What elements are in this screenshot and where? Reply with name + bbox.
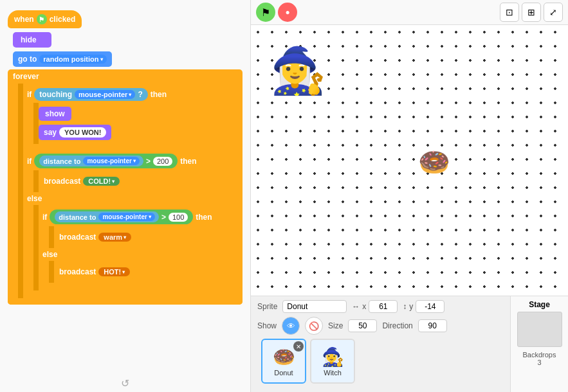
broadcast-cold-block[interactable]: broadcast COLD! ▾ [39,173,243,190]
x-arrow-icon: ↔ [352,302,360,311]
stage-area: ⚑ ● ⊡ ⊞ ⤢ 🧙‍♀️ 🍩 Sprite [251,0,568,392]
witch-sprite: 🧙‍♀️ [270,44,326,97]
gt-label-1: > [146,157,151,166]
y-coord: ↕ y [403,300,444,313]
sprite-info-row-1: Sprite ↔ x ↕ y [257,300,504,313]
if-label-1: if [27,90,32,99]
goto-block[interactable]: go to random position ▾ [13,50,243,68]
view-buttons: ⊡ ⊞ ⤢ [500,3,563,22]
delete-sprite-button[interactable]: ✕ [293,341,304,352]
stage-background: 🧙‍♀️ 🍩 [251,25,568,296]
bottom-bar: Sprite ↔ x ↕ y Show 👁 [251,296,568,392]
sprite-label: Sprite [257,302,277,311]
size-direction: Size Direction [328,319,447,332]
show-label: Show [257,321,277,330]
stop-button[interactable]: ● [278,3,297,22]
if-distance-100-block[interactable]: if distance to mouse-pointer ▾ [39,208,243,288]
sprite-name-input[interactable] [282,300,347,313]
donut-sprite: 🍩 [418,147,450,177]
distance-operator-block[interactable]: distance to mouse-pointer ▾ > 200 [34,154,178,168]
broadcast-label-2: broadcast [59,233,96,242]
backdrops-label: Backdrops [523,351,556,359]
broadcast-hot-block[interactable]: broadcast HOT! ▾ [54,263,243,280]
else-label-2: else [39,248,243,261]
x-label: x [362,302,366,311]
flag-icon: ⚑ [37,14,47,24]
show-label: show [45,109,65,118]
direction-value[interactable] [418,319,447,332]
broadcast-label-3: broadcast [59,267,96,276]
then-label-1: then [151,90,167,99]
say-block[interactable]: say YOU WON! [39,123,243,141]
if-distance-200-block[interactable]: if distance to mouse-pointer ▾ > [23,152,243,296]
val-200[interactable]: 200 [153,157,172,166]
clicked-label: clicked [50,15,76,24]
then-label-3: then [196,213,212,222]
hide-eye-button[interactable]: 🚫 [305,317,323,335]
forever-block[interactable]: forever if touching mouse-pointer ▾ [8,69,243,305]
green-flag-button[interactable]: ⚑ [256,3,275,22]
if-label-2: if [27,157,32,166]
witch-thumbnail[interactable]: 🧙‍♀️ Witch [310,339,355,384]
stage-thumbnail[interactable] [517,312,562,347]
size-label: Size [328,321,343,330]
hide-block[interactable]: hide [13,31,243,49]
stage-canvas: 🧙‍♀️ 🍩 [251,25,568,296]
broadcast-warm-block[interactable]: broadcast warm ▾ [54,229,243,245]
mouse-pointer-dropdown-2[interactable]: mouse-pointer ▾ [83,157,139,165]
cold-text: COLD! ▾ [83,177,120,186]
stage-buttons: ⚑ ● [256,3,297,22]
hide-label: hide [21,35,37,44]
x-coord: ↔ x [352,300,398,313]
grid-view-button[interactable]: ⊞ [522,3,541,22]
fit-view-button[interactable]: ⊡ [500,3,519,22]
donut-thumb-label: Donut [274,369,293,377]
blocks-container: when ⚑ clicked hide go to random positio… [5,5,245,308]
question-mark: ? [138,90,142,99]
scroll-indicator: ↺ [121,377,129,389]
random-position-dropdown[interactable]: random position ▾ [39,55,106,64]
when-clicked-block[interactable]: when ⚑ clicked [8,9,243,30]
goto-label: go to [18,55,37,64]
stage-panel: Stage Backdrops 3 [510,296,568,392]
stage-title: Stage [529,300,550,309]
mouse-pointer-dropdown-3[interactable]: mouse-pointer ▾ [98,213,154,221]
if-label-3: if [42,213,47,222]
then-label-2: then [180,157,196,166]
sprite-info-row-2: Show 👁 🚫 Size Direction [257,317,504,335]
sprite-info-panel: Sprite ↔ x ↕ y Show 👁 [251,296,510,392]
val-100[interactable]: 100 [169,213,188,222]
direction-label: Direction [382,321,412,330]
touching-block[interactable]: touching mouse-pointer ▾ ? [34,88,147,101]
you-won-text: YOU WON! [59,127,106,138]
witch-thumb-label: Witch [324,369,342,377]
size-value[interactable] [348,319,377,332]
gt-label-2: > [161,213,166,222]
y-label: y [409,302,413,311]
fullscreen-button[interactable]: ⤢ [544,3,563,22]
y-value[interactable] [416,300,444,313]
show-eye-button[interactable]: 👁 [282,317,300,335]
sprite-thumbnails: ✕ 🍩 Donut 🧙‍♀️ Witch [257,335,504,388]
hot-text: HOT! ▾ [98,267,130,276]
forever-label: forever [13,72,39,81]
distance-operator-block-2[interactable]: distance to mouse-pointer ▾ > 100 [50,209,193,224]
distance-sensing-block[interactable]: distance to mouse-pointer ▾ [39,156,143,166]
if-touching-block[interactable]: if touching mouse-pointer ▾ ? then [23,86,243,149]
distance-sensing-block-2[interactable]: distance to mouse-pointer ▾ [55,211,159,222]
donut-emoji: 🍩 [273,346,295,368]
dropdown-arrow-icon-2: ▾ [129,92,131,98]
backdrops-count: 3 [537,359,541,366]
y-arrow-icon: ↕ [403,302,407,311]
broadcast-label-1: broadcast [44,177,80,186]
mouse-pointer-dropdown-1[interactable]: mouse-pointer ▾ [75,90,135,99]
warm-text: warm ▾ [98,233,131,242]
x-value[interactable] [369,300,398,313]
donut-thumbnail[interactable]: ✕ 🍩 Donut [261,339,306,384]
stage-controls: ⚑ ● ⊡ ⊞ ⤢ [251,0,568,25]
dropdown-arrow-icon: ▾ [100,57,103,62]
else-label-1: else [23,192,243,205]
show-block[interactable]: show [39,105,243,122]
witch-emoji: 🧙‍♀️ [322,346,344,368]
when-label: when [14,15,34,24]
